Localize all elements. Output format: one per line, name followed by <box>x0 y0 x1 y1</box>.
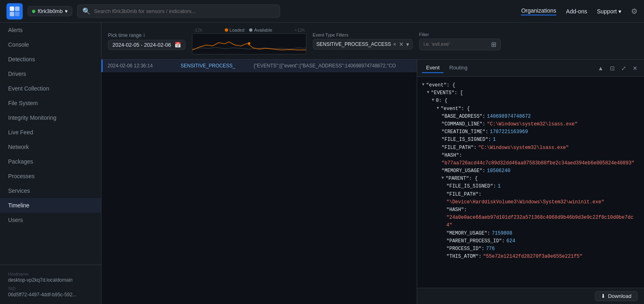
sidebar-item-users[interactable]: Users <box>0 213 101 227</box>
json-base-address: "BASE_ADDRESS": 140698974748672 <box>422 113 639 121</box>
scroll-top-button[interactable]: ▲ <box>596 64 605 72</box>
sidebar-label-users: Users <box>8 217 23 223</box>
nav-link-support[interactable]: Support ▾ <box>597 8 621 15</box>
timeline-labels: -12h Loaded Available +12h <box>192 28 306 32</box>
json-parent-memory-usage: "MEMORY_USAGE": 7159808 <box>422 230 639 237</box>
nav-link-addons[interactable]: Add-ons <box>566 8 587 15</box>
org-selector[interactable]: f0rk3b0mb ▾ <box>28 6 72 16</box>
timeline-chart[interactable] <box>192 33 306 54</box>
settings-button[interactable]: ⚙ <box>631 7 638 16</box>
time-range-input[interactable]: 2024-02-05 - 2024-02-06 📅 <box>108 40 185 50</box>
sidebar-label-detections: Detections <box>8 56 35 63</box>
collapse-events[interactable]: ▼ <box>427 89 429 96</box>
sidebar-item-alerts[interactable]: Alerts <box>0 23 101 37</box>
download-label: Download <box>608 293 631 299</box>
detail-content: ▼ "event": { ▼ "EVENTS": [ ▼ 0: { ▼ "eve… <box>417 77 644 288</box>
sidebar-item-integrity-monitoring[interactable]: Integrity Monitoring <box>0 110 101 125</box>
sidebar-label-drivers: Drivers <box>8 71 26 77</box>
sidebar-footer: Hostname desktop-vp2kq7d.localdomain SID… <box>0 265 101 304</box>
nav-link-organizations[interactable]: Organizations <box>521 7 556 15</box>
json-file-is-signed: "FILE_IS_SIGNED": 1 <box>422 136 639 144</box>
svg-rect-2 <box>10 12 14 16</box>
time-range-section: Pick time range ℹ 2024-02-05 - 2024-02-0… <box>108 32 185 50</box>
event-tag-value: SENSITIVE_PROCESS_ACCESS <box>317 41 391 47</box>
filter-input-wrap: ⊞ <box>419 39 501 50</box>
sidebar-item-network[interactable]: Network <box>0 140 101 154</box>
json-parent-hash-val: "24a0e0ace66aeb97d101df232a571368c4068d9… <box>422 214 639 229</box>
json-line-events: ▼ "EVENTS": [ <box>422 89 639 97</box>
json-process-id: "PROCESS_ID": 776 <box>422 245 639 253</box>
new-tab-button[interactable]: ⤢ <box>620 64 628 72</box>
loaded-dot <box>225 28 228 32</box>
json-parent-hash: "HASH": <box>422 206 639 214</box>
sidebar-item-console[interactable]: Console <box>0 37 101 52</box>
chart-label-left: -12h <box>194 28 202 32</box>
timeline-chart-section: -12h Loaded Available +12h <box>192 28 306 54</box>
sidebar-label-services: Services <box>8 188 30 194</box>
sidebar-label-console: Console <box>8 41 29 48</box>
data-area: 2024-02-06 12:36:14 SENSITIVE_PROCESS_ {… <box>101 60 644 304</box>
detail-header: Event Routing ▲ ⊡ ⤢ ✕ <box>417 60 644 77</box>
sidebar-label-packages: Packages <box>8 158 33 165</box>
filter-action-icon[interactable]: ⊞ <box>491 41 496 48</box>
sidebar-item-event-collection[interactable]: Event Collection <box>0 81 101 96</box>
filter-clear-button[interactable]: ✕ <box>399 41 404 47</box>
tab-event[interactable]: Event <box>422 63 444 73</box>
sidebar-label-integrity-monitoring: Integrity Monitoring <box>8 114 56 121</box>
search-icon: 🔍 <box>82 7 90 15</box>
json-parent: ▼ "PARENT": { <box>422 175 639 183</box>
sidebar-label-timeline: Timeline <box>8 202 29 209</box>
collapse-event-obj[interactable]: ▼ <box>437 105 439 112</box>
filter-input[interactable] <box>424 41 489 47</box>
sidebar-item-file-system[interactable]: File System <box>0 96 101 110</box>
chevron-down-icon: ▾ <box>65 8 68 14</box>
available-dot <box>249 28 252 32</box>
chevron-down-icon-support: ▾ <box>618 8 621 15</box>
sidebar-item-timeline[interactable]: Timeline <box>0 198 101 213</box>
legend-loaded: Loaded <box>230 28 245 32</box>
filter-expand-button[interactable]: ▾ <box>406 41 409 47</box>
sid-value: 06d5ff72-4497-4ddf-b95c-592... <box>8 292 93 298</box>
top-navigation: f0rk3b0mb ▾ 🔍 Organizations Add-ons Supp… <box>0 0 644 23</box>
json-parent-file-path-val: "\Device\HarddiskVolume3\Windows\System3… <box>422 198 639 206</box>
calendar-icon: 📅 <box>174 42 181 48</box>
logo[interactable] <box>6 3 23 19</box>
download-icon: ⬇ <box>601 293 605 299</box>
main-layout: Alerts Console Detections Drivers Event … <box>0 23 644 304</box>
sidebar-label-network: Network <box>8 144 29 150</box>
table-row[interactable]: 2024-02-06 12:36:14 SENSITIVE_PROCESS_ {… <box>101 60 417 72</box>
sid-label: SID <box>8 286 93 291</box>
svg-rect-0 <box>10 6 14 11</box>
tag-remove-button[interactable]: ✕ <box>393 42 396 47</box>
collapse-event[interactable]: ▼ <box>422 82 424 88</box>
chart-label-right: +12h <box>295 28 305 32</box>
sidebar-item-services[interactable]: Services <box>0 183 101 198</box>
search-bar[interactable]: 🔍 <box>77 4 280 18</box>
hostname-label: Hostname <box>8 272 93 276</box>
sidebar-item-drivers[interactable]: Drivers <box>0 67 101 81</box>
tab-routing[interactable]: Routing <box>445 63 472 73</box>
sidebar-item-live-feed[interactable]: Live Feed <box>0 125 101 140</box>
sidebar-item-detections[interactable]: Detections <box>0 52 101 67</box>
support-label: Support <box>597 8 617 15</box>
info-icon: ℹ <box>143 32 145 38</box>
org-name: f0rk3b0mb <box>38 8 62 14</box>
sidebar-item-packages[interactable]: Packages <box>0 154 101 169</box>
collapse-0[interactable]: ▼ <box>432 97 434 103</box>
sidebar-label-processes: Processes <box>8 173 34 179</box>
close-button[interactable]: ✕ <box>631 64 639 72</box>
nav-right: Organizations Add-ons Support ▾ ⚙ <box>521 7 638 16</box>
hostname-value: desktop-vp2kq7d.localdomain <box>8 277 93 283</box>
event-filter-label: Event Type Filters <box>313 32 413 37</box>
row-data: {"EVENTS":[{"event":{"BASE_ADDRESS":1406… <box>254 63 412 69</box>
table-pane: 2024-02-06 12:36:14 SENSITIVE_PROCESS_ {… <box>101 60 417 304</box>
sidebar-item-processes[interactable]: Processes <box>0 169 101 183</box>
collapse-parent[interactable]: ▼ <box>442 175 444 181</box>
detail-pane: Event Routing ▲ ⊡ ⤢ ✕ ▼ "event": { <box>417 60 644 304</box>
row-time: 2024-02-06 12:36:14 <box>108 63 181 69</box>
sidebar-label-event-collection: Event Collection <box>8 85 49 92</box>
download-button[interactable]: ⬇ Download <box>595 291 638 301</box>
event-filter-tag-row: SENSITIVE_PROCESS_ACCESS ✕ ✕ ▾ <box>313 39 413 50</box>
expand-button[interactable]: ⊡ <box>608 64 616 72</box>
search-input[interactable] <box>94 8 275 14</box>
